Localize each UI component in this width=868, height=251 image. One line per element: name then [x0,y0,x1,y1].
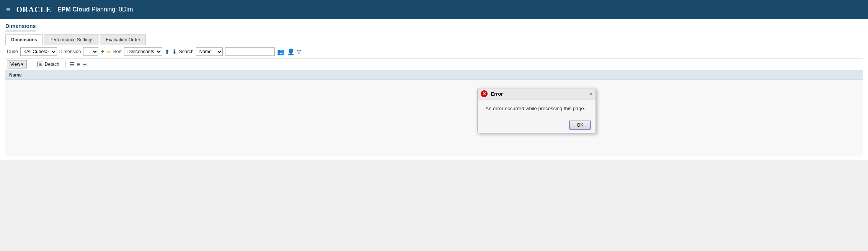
error-icon: ✕ [481,90,488,97]
error-dialog-body: An error occurred while processing this … [478,99,596,117]
detach-icon: ⊞ [37,62,43,67]
add-dimension-icon[interactable]: + [101,48,104,55]
ok-button[interactable]: OK [569,121,591,130]
error-dialog-title: ✕ Error [481,90,503,97]
table-header: Name [5,70,863,80]
error-dialog-footer: OK [478,117,596,133]
sort-asc-icon[interactable]: ⬆ [165,48,170,55]
error-message: An error occurred while processing this … [485,106,585,111]
dimension-label: Dimension [59,49,81,54]
sort-select[interactable]: Descendants [124,47,162,56]
error-dialog-header: ✕ Error × [478,88,596,99]
menu-icon[interactable]: ≡ [6,6,10,13]
indent-icon[interactable]: ⊟ [82,61,87,67]
toolbar-divider-2 [65,60,66,68]
column-name-header: Name [9,72,22,78]
search-input[interactable] [225,47,275,56]
dialog-close-button[interactable]: × [589,91,592,96]
search-label: Search [179,49,194,54]
tab-dimensions[interactable]: Dimensions [5,34,43,45]
error-title-text: Error [491,91,503,97]
align-left-icon[interactable]: ☰ [70,61,75,67]
edit-dimension-icon[interactable]: ✏ [107,49,111,55]
oracle-logo: ORACLE [16,5,52,14]
toolbar-2: View ▾ ⊞ Detach ☰ ≡ ⊟ [5,59,863,70]
align-center-icon[interactable]: ≡ [77,61,80,67]
sort-label: Sort [113,49,122,54]
filter-icon[interactable]: ▽ [297,49,301,55]
error-dialog: ✕ Error × An error occurred while proces… [477,88,596,133]
detach-button[interactable]: ⊞ Detach [35,61,62,68]
group-icon-1[interactable]: 👥 [277,48,285,55]
toolbar-divider [31,60,31,68]
view-button[interactable]: View ▾ [7,60,27,68]
cube-label: Cube [7,49,18,54]
tab-evaluation-order[interactable]: Evaluation Order [100,34,146,45]
tabs-container: Dimensions Performance Settings Evaluati… [5,34,863,45]
main-content: Dimensions Dimensions Performance Settin… [0,19,868,160]
sort-desc-icon[interactable]: ⬇ [172,48,177,55]
tab-performance-settings[interactable]: Performance Settings [44,34,99,45]
section-title: Dimensions [5,23,36,31]
table-body [5,80,863,156]
view-dropdown-arrow: ▾ [21,62,23,67]
app-title: EPM Cloud Planning: 0Dim [57,6,133,13]
search-field-select[interactable]: Name [196,47,223,56]
cube-select[interactable]: <All Cubes> [20,47,57,56]
app-header: ≡ ORACLE EPM Cloud Planning: 0Dim [0,0,868,19]
toolbar-1: Cube <All Cubes> Dimension + ✏ Sort Desc… [5,45,863,59]
group-icon-2[interactable]: 👤 [287,48,295,55]
dimension-select[interactable] [83,47,98,56]
